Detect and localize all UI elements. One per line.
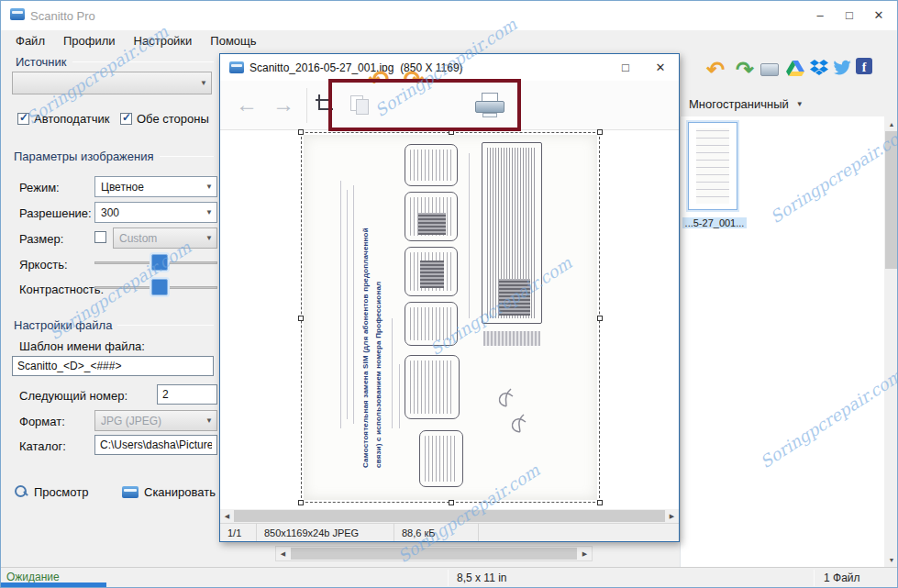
undo-button[interactable]: ↶ — [702, 56, 729, 83]
menubar: Файл Профили Настройки Помощь — [1, 30, 897, 52]
folder-input[interactable] — [94, 435, 217, 455]
next-image-button[interactable]: → — [268, 90, 299, 119]
multipage-select[interactable]: Многостраничный ▼ — [689, 94, 799, 114]
slider-thumb[interactable] — [151, 279, 168, 295]
viewer-scrollbar[interactable]: ◀ ▶ — [220, 509, 679, 523]
template-label: Шаблон имени файла: — [19, 339, 145, 353]
resize-handle[interactable] — [449, 500, 454, 505]
next-number-input[interactable] — [157, 384, 217, 405]
drive-button[interactable] — [786, 60, 804, 76]
main-statusbar: Ожидание 8,5 x 11 in 1 Файл — [1, 567, 897, 588]
minimize-button[interactable]: – — [805, 3, 835, 27]
redo-button[interactable]: ↷ — [731, 56, 759, 83]
print-button[interactable] — [475, 93, 504, 118]
viewer-canvas[interactable]: Самостоятельная замена SIM (для абоненто… — [220, 130, 679, 509]
viewer-title: Scanitto_2016-05-27_001.jpg (850 X 1169) — [249, 61, 463, 74]
template-input[interactable] — [12, 356, 214, 376]
menu-settings[interactable]: Настройки — [125, 30, 202, 52]
scroll-left-icon[interactable]: ◀ — [220, 509, 234, 523]
close-button[interactable]: ✕ — [864, 3, 893, 27]
brightness-slider[interactable] — [94, 253, 217, 272]
rotate-right-button[interactable]: ↷ — [398, 65, 429, 94]
thumbnail-label[interactable]: ...5-27_001... — [681, 217, 748, 228]
snapshot-button[interactable] — [760, 63, 779, 76]
scroll-right-icon[interactable]: ▶ — [665, 509, 679, 523]
undo-icon: ↶ — [706, 57, 725, 83]
facebook-button[interactable]: f — [856, 58, 872, 74]
viewer-close-button[interactable]: ✕ — [649, 58, 671, 76]
brightness-label: Яркость: — [19, 258, 68, 272]
scroll-down-icon[interactable]: ▼ — [884, 552, 898, 567]
scrollbar-thumb[interactable] — [234, 510, 665, 522]
rotate-left-button[interactable]: ↶ — [363, 65, 394, 94]
rotate-left-icon: ↶ — [369, 65, 390, 94]
menu-help[interactable]: Помощь — [201, 30, 265, 52]
status-file-count: 1 Файл — [824, 571, 860, 584]
scanned-document: Самостоятельная замена SIM (для абоненто… — [304, 135, 597, 500]
contrast-slider[interactable] — [94, 278, 217, 296]
scrollbar-thumb[interactable] — [291, 548, 577, 560]
twitter-button[interactable] — [832, 60, 852, 76]
menu-file[interactable]: Файл — [6, 30, 54, 52]
pages-panel: ...5-27_001... — [680, 116, 884, 567]
viewer-maximize-button[interactable]: □ — [615, 58, 637, 76]
size-select[interactable]: Custom▼ — [113, 227, 217, 249]
slider-thumb[interactable] — [151, 254, 168, 271]
viewer-titlebar: Scanitto_2016-05-27_001.jpg (850 X 1169)… — [220, 54, 679, 81]
doc-barcode — [483, 331, 540, 346]
scroll-left-icon[interactable]: ◀ — [276, 547, 290, 560]
viewer-page-counter: 1/1 — [220, 524, 257, 541]
format-select[interactable]: JPG (JPEG)▼ — [94, 410, 217, 431]
scanitto-pro-window: Scanitto Pro – □ ✕ Файл Профили Настройк… — [0, 0, 898, 588]
document-heading: связи) с использованием номера Профессио… — [373, 151, 383, 468]
mode-select[interactable]: Цветное▼ — [94, 176, 217, 197]
resolution-select[interactable]: 300▼ — [94, 202, 217, 223]
resize-handle[interactable] — [597, 500, 603, 505]
twitter-icon — [832, 60, 852, 76]
doc-box — [405, 355, 460, 419]
format-label: Формат: — [19, 415, 65, 428]
scrollbar-thumb[interactable] — [885, 131, 898, 269]
page-thumbnail[interactable] — [688, 122, 737, 210]
menu-profiles[interactable]: Профили — [54, 30, 125, 52]
next-number-label: Следующий номер: — [19, 389, 127, 403]
viewer-file-size: 88,6 кБ — [394, 524, 479, 541]
checkmark-icon: ✓ — [122, 111, 131, 124]
maximize-button[interactable]: □ — [835, 3, 864, 27]
document-heading: Самостоятельная замена SIM (для абоненто… — [360, 151, 371, 468]
chevron-down-icon: ▼ — [202, 208, 216, 216]
dropbox-icon — [810, 60, 828, 76]
folder-label: Каталог: — [19, 439, 66, 453]
viewer-app-icon — [229, 61, 244, 73]
facebook-icon: f — [856, 58, 872, 74]
resize-handle[interactable] — [597, 316, 603, 321]
autofeed-checkbox[interactable]: ✓ — [17, 113, 29, 125]
main-titlebar: Scanitto Pro – □ ✕ — [1, 1, 897, 30]
canvas-scrollbar[interactable]: ◀ ▶ — [275, 546, 593, 561]
dropbox-button[interactable] — [810, 60, 828, 76]
scroll-right-icon[interactable]: ▶ — [578, 547, 592, 560]
crop-button[interactable] — [314, 94, 336, 116]
size-checkbox[interactable] — [94, 231, 106, 243]
progress-bar — [1, 582, 106, 588]
checkmark-icon: ✓ — [19, 111, 28, 124]
redo-icon: ↷ — [736, 57, 754, 83]
chevron-down-icon: ▼ — [202, 183, 216, 191]
contrast-label: Контрастность: — [19, 283, 104, 296]
chevron-down-icon: ▼ — [796, 100, 804, 108]
selection-marquee[interactable]: Самостоятельная замена SIM (для абоненто… — [301, 132, 600, 503]
source-select[interactable]: ▼ — [12, 72, 212, 94]
preview-button[interactable]: Просмотр — [8, 480, 94, 504]
resize-handle[interactable] — [597, 129, 603, 135]
scroll-up-icon[interactable]: ▲ — [884, 116, 898, 131]
resize-handle[interactable] — [298, 500, 304, 505]
resolution-label: Разрешение: — [19, 206, 92, 220]
scan-button[interactable]: Сканировать — [116, 480, 221, 504]
previous-image-button[interactable]: ← — [231, 90, 262, 119]
pages-scrollbar[interactable]: ▲ ▼ — [884, 116, 898, 567]
both-sides-checkbox[interactable]: ✓ — [120, 113, 132, 125]
mode-label: Режим: — [19, 181, 60, 194]
size-label: Размер: — [19, 232, 63, 246]
doc-box — [405, 302, 458, 346]
copy-button[interactable] — [349, 94, 371, 116]
